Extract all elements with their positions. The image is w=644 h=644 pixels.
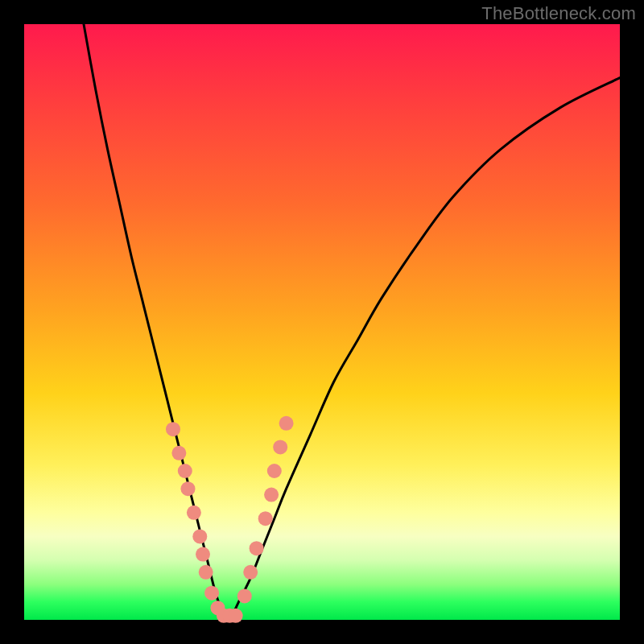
curve-layer — [24, 24, 620, 620]
marker-dot — [250, 541, 264, 555]
marker-dot — [237, 588, 252, 603]
marker-dot — [196, 547, 210, 562]
marker-dot — [258, 511, 273, 526]
marker-dot — [187, 506, 201, 520]
marker-dot — [178, 464, 192, 478]
marker-dot — [166, 422, 180, 436]
marker-dot — [273, 440, 287, 454]
marker-dot — [279, 416, 294, 431]
marker-dot — [267, 464, 282, 478]
marker-dot — [181, 481, 196, 496]
marker-dot — [192, 529, 207, 543]
marker-dot — [199, 565, 213, 580]
watermark-text: TheBottleneck.com — [481, 3, 636, 24]
marker-dot — [229, 609, 243, 623]
marker-dot — [243, 565, 258, 580]
plot-area — [24, 24, 620, 620]
marker-dot — [171, 446, 186, 460]
marker-dot — [264, 488, 279, 502]
v-curve — [84, 24, 620, 617]
chart-stage: TheBottleneck.com — [0, 0, 644, 644]
marker-dot — [204, 586, 219, 601]
